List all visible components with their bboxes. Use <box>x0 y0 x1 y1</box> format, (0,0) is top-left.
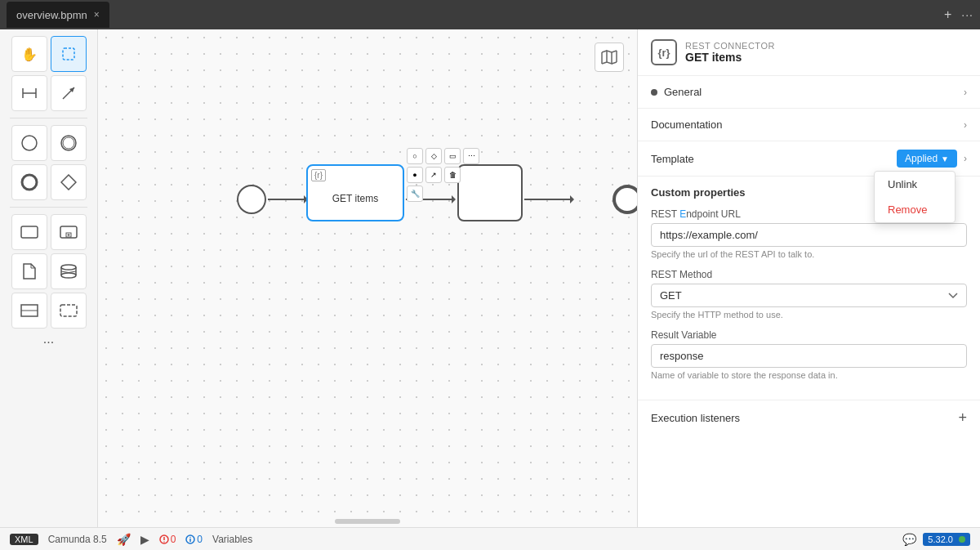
remove-menu-item[interactable]: Remove <box>875 197 955 222</box>
svg-point-6 <box>22 136 37 150</box>
connector-icon: {r} <box>651 39 677 65</box>
context-menu: ○ ◇ ▭ ⋯ ● ↗ 🗑 🔧 <box>407 148 479 202</box>
applied-button[interactable]: Applied ▼ <box>897 150 957 168</box>
select-tool-button[interactable] <box>51 36 87 72</box>
pool-button[interactable] <box>11 293 47 329</box>
xml-label[interactable]: XML <box>10 534 38 545</box>
rest-endpoint-input[interactable] <box>651 223 967 247</box>
intermediate-event-button[interactable] <box>51 125 87 161</box>
gateway-button[interactable] <box>51 164 87 200</box>
template-section: Template Applied ▼ › Unlink Remove <box>638 141 980 177</box>
space-tool-button[interactable] <box>11 75 47 111</box>
data-object-button[interactable] <box>11 253 47 289</box>
applied-chevron-icon: ▼ <box>941 154 949 163</box>
template-dropdown-menu: Unlink Remove <box>874 171 956 223</box>
ctx-circle-button[interactable]: ○ <box>407 148 423 164</box>
toolbar-row-6 <box>3 253 94 289</box>
minimap-button[interactable] <box>595 42 624 72</box>
more-tools-button[interactable]: ··· <box>3 332 94 353</box>
play-button[interactable]: ▶ <box>140 533 149 546</box>
svg-point-35 <box>190 536 191 537</box>
svg-point-19 <box>61 273 76 278</box>
task-type-icon: {r} <box>311 169 326 181</box>
ctx-rect-button[interactable]: ▭ <box>444 148 461 164</box>
svg-line-24 <box>602 51 607 52</box>
end-event[interactable] <box>612 185 637 214</box>
add-listener-button[interactable]: + <box>958 410 967 425</box>
svg-marker-10 <box>61 175 76 190</box>
connector-info: REST CONNECTOR GET items <box>685 41 775 64</box>
group-button[interactable] <box>51 293 87 329</box>
result-variable-input[interactable] <box>651 344 967 368</box>
template-expand-icon[interactable]: › <box>964 153 967 164</box>
left-toolbar: ✋ <box>0 29 98 527</box>
template-label: Template <box>651 153 694 165</box>
tab-label: overview.bpmn <box>16 9 87 21</box>
hand-tool-button[interactable]: ✋ <box>11 36 47 72</box>
svg-rect-11 <box>21 226 38 238</box>
documentation-label: Documentation <box>651 118 722 131</box>
documentation-expand-icon: › <box>964 119 967 131</box>
documentation-accordion-header[interactable]: Documentation › <box>638 109 980 141</box>
toolbar-divider-1 <box>10 118 87 118</box>
svg-point-7 <box>61 136 76 150</box>
svg-marker-23 <box>607 51 612 64</box>
general-accordion-header[interactable]: General › <box>638 76 980 108</box>
start-event-button[interactable] <box>11 125 47 161</box>
task-button[interactable] <box>11 214 47 250</box>
svg-point-9 <box>22 175 37 190</box>
data-store-button[interactable] <box>51 253 87 289</box>
template-controls: Applied ▼ › <box>897 150 967 168</box>
statusbar: XML Camunda 8.5 🚀 ▶ 0 0 Variables 💬 5.32… <box>0 527 980 550</box>
unlink-menu-item[interactable]: Unlink <box>875 172 955 197</box>
rest-method-hint: Specify the HTTP method to use. <box>651 310 967 320</box>
result-variable-field-group: Result Variable Name of variable to stor… <box>651 329 967 380</box>
svg-rect-0 <box>63 48 74 60</box>
ctx-more-button[interactable]: ⋯ <box>463 148 479 164</box>
error-icon <box>159 534 169 544</box>
main-layout: ✋ <box>0 29 980 527</box>
tab-overview[interactable]: overview.bpmn × <box>7 2 109 28</box>
svg-point-16 <box>61 265 76 270</box>
titlebar-actions: + ··· <box>944 7 973 22</box>
version-label: 5.32.0 <box>928 534 953 544</box>
bpmn-task[interactable]: {r} GET items <box>306 164 404 221</box>
canvas-scrollbar[interactable] <box>335 519 400 524</box>
info-count-label: 0 <box>197 534 203 545</box>
new-tab-button[interactable]: + <box>944 7 951 22</box>
comment-icon[interactable]: 💬 <box>902 533 916 546</box>
result-variable-label: Result Variable <box>651 329 967 341</box>
titlebar: overview.bpmn × + ··· <box>0 0 980 29</box>
engine-label: Camunda 8.5 <box>48 534 107 545</box>
ctx-circle2-button[interactable]: ● <box>407 167 423 183</box>
end-event-button[interactable] <box>11 164 47 200</box>
rest-method-select[interactable]: GET POST PUT PATCH DELETE <box>651 284 967 307</box>
toolbar-row-3 <box>3 125 94 161</box>
result-variable-hint: Name of variable to store the response d… <box>651 370 967 380</box>
applied-label: Applied <box>905 153 938 164</box>
deploy-icon[interactable]: 🚀 <box>117 533 131 546</box>
ctx-connect-button[interactable]: ↗ <box>425 167 442 183</box>
svg-rect-22 <box>60 305 77 316</box>
ctx-wrench-button[interactable]: 🔧 <box>407 186 423 202</box>
info-count: 0 <box>185 534 203 545</box>
execution-listeners-label: Execution listeners <box>651 412 740 424</box>
rest-method-label: REST Method <box>651 269 967 280</box>
subprocess-button[interactable] <box>51 214 87 250</box>
ctx-trash-button[interactable]: 🗑 <box>444 167 461 183</box>
svg-line-26 <box>602 62 607 64</box>
tab-close-button[interactable]: × <box>94 10 100 20</box>
general-section: General › <box>638 76 980 109</box>
documentation-section: Documentation › <box>638 109 980 141</box>
connect-tool-button[interactable] <box>51 75 87 111</box>
version-badge: 5.32.0 <box>923 533 970 546</box>
error-count: 0 <box>159 534 176 545</box>
svg-line-29 <box>612 62 617 64</box>
bpmn-canvas[interactable]: {r} GET items ○ ◇ ▭ ⋯ ● <box>98 29 637 527</box>
map-icon <box>601 49 617 65</box>
variables-label[interactable]: Variables <box>212 534 252 545</box>
toolbar-divider-2 <box>10 207 87 208</box>
more-options-button[interactable]: ··· <box>961 8 973 21</box>
ctx-diamond-button[interactable]: ◇ <box>425 148 442 164</box>
start-event[interactable] <box>237 185 266 214</box>
